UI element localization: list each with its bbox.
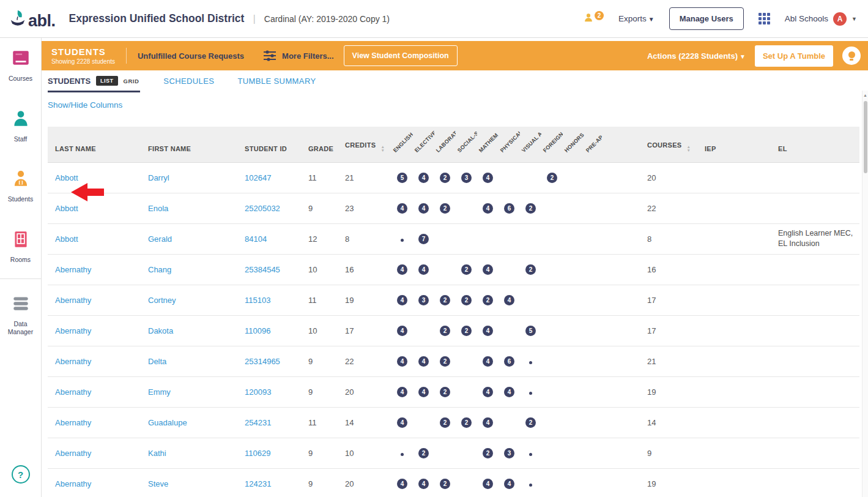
student-last-name-link[interactable]: Abernathy (55, 479, 91, 488)
sidebar-item-rooms[interactable]: Rooms (1, 229, 41, 264)
student-id-link[interactable]: 110629 (245, 449, 270, 458)
subject-count-badge: 2 (440, 387, 450, 397)
toolbar-divider (126, 48, 127, 64)
user-notification[interactable]: 2 (583, 12, 604, 26)
student-last-name-link[interactable]: Abernathy (55, 296, 91, 305)
show-hide-columns-link[interactable]: Show/Hide Columns (48, 100, 122, 110)
student-first-name-link[interactable]: Dakota (148, 326, 173, 335)
student-last-name-link[interactable]: Abernathy (55, 357, 91, 366)
column-header-credits[interactable]: CREDITS▲▼ (338, 127, 391, 162)
sort-icon[interactable]: ▲▼ (380, 145, 385, 152)
help-button[interactable]: ? (12, 465, 30, 484)
column-header-pre-ap[interactable]: PRE-AP (584, 127, 606, 162)
student-id-link[interactable]: 84104 (245, 234, 267, 244)
column-header-physical[interactable]: PHYSICAL (499, 127, 520, 162)
view-student-composition-button[interactable]: View Student Composition (344, 45, 458, 66)
column-header-el[interactable]: EL (771, 127, 859, 162)
column-header-foreign[interactable]: FOREIGN (541, 127, 563, 162)
student-last-name-link[interactable]: Abernathy (55, 265, 91, 274)
student-first-name-link[interactable]: Guadalupe (148, 418, 187, 427)
student-id-link[interactable]: 110096 (245, 326, 270, 335)
student-last-name-link[interactable]: Abbott (55, 173, 78, 182)
column-header-elective[interactable]: ELECTIVE (413, 127, 434, 162)
subject-cell-english: 4 (391, 315, 413, 346)
student-last-name-link[interactable]: Abernathy (55, 418, 91, 427)
sidebar-item-data-manager[interactable]: Data Manager (1, 293, 41, 337)
student-last-name-link[interactable]: Abernathy (55, 326, 91, 335)
column-header-courses[interactable]: COURSES▲▼ (606, 127, 697, 162)
student-id-link[interactable]: 120093 (245, 387, 271, 397)
list-view-toggle[interactable]: LIST (96, 76, 118, 86)
student-first-name-link[interactable]: Kathi (148, 449, 166, 458)
subject-cell-elective: 3 (413, 285, 434, 315)
column-header-social-studies[interactable]: SOCIAL-S (456, 127, 477, 162)
subject-cell-laboratory: 2 (434, 346, 456, 376)
student-first-name-link[interactable]: Chang (148, 265, 171, 274)
scrollbar-thumb[interactable] (864, 101, 867, 173)
subject-cell-physical: 6 (499, 193, 520, 223)
student-first-name-link[interactable]: Darryl (148, 173, 169, 182)
vertical-scrollbar: ▲ (862, 91, 868, 497)
student-id-link[interactable]: 115103 (245, 296, 270, 305)
student-first-name-link[interactable]: Delta (148, 357, 166, 366)
sidebar-item-courses[interactable]: Courses (1, 48, 41, 83)
student-first-name-link[interactable]: Emmy (148, 387, 171, 397)
manage-users-button[interactable]: Manage Users (669, 7, 744, 30)
credits-cell: 21 (338, 162, 391, 193)
student-last-name-link[interactable]: Abernathy (55, 449, 91, 458)
exports-dropdown[interactable]: Exports▼ (618, 14, 655, 23)
students-table: LAST NAME FIRST NAME STUDENT ID GRADE CR… (48, 127, 859, 497)
student-last-name-link[interactable]: Abbott (55, 234, 78, 244)
sidebar-item-staff[interactable]: Staff (1, 108, 41, 144)
el-cell (771, 376, 859, 407)
column-header-first-name[interactable]: FIRST NAME (141, 127, 237, 162)
sidebar-item-students[interactable]: Students (1, 168, 41, 204)
actions-dropdown[interactable]: Actions (2228 Students)▼ (647, 51, 746, 61)
student-first-name-link[interactable]: Enola (148, 204, 168, 213)
set-up-tumble-button[interactable]: Set Up A Tumble (755, 45, 833, 67)
student-id-link[interactable]: 124231 (245, 479, 271, 488)
student-first-name-link[interactable]: Cortney (148, 296, 176, 305)
column-header-honors[interactable]: HONORS (563, 127, 584, 162)
student-id-link[interactable]: 254231 (245, 418, 271, 427)
tab-tumble-summary[interactable]: TUMBLE SUMMARY (237, 77, 316, 92)
subject-cell-honors (563, 162, 584, 193)
more-filters-link[interactable]: More Filters... (282, 51, 334, 61)
subject-cell-mathematics: 2 (477, 285, 499, 315)
student-last-name-link[interactable]: Abbott (55, 204, 78, 213)
student-first-name-link[interactable]: Gerald (148, 234, 172, 244)
column-header-iep[interactable]: IEP (697, 127, 771, 162)
column-header-student-id[interactable]: STUDENT ID (237, 127, 301, 162)
subject-cell-mathematics: 4 (477, 162, 499, 193)
unfulfilled-requests-filter[interactable]: Unfulfilled Course Requests (138, 51, 244, 61)
tab-students[interactable]: STUDENTS LIST GRID (48, 71, 140, 92)
column-header-english[interactable]: ENGLISH (391, 127, 413, 162)
student-id-link[interactable]: 25205032 (245, 204, 280, 213)
student-first-name-link[interactable]: Steve (148, 479, 168, 488)
filters-slider-icon[interactable] (262, 50, 277, 62)
subject-cell-social-studies (456, 346, 477, 376)
abl-logo[interactable]: abl. (9, 9, 56, 29)
app-grid-icon[interactable] (759, 13, 770, 24)
subject-count-badge: 2 (440, 479, 450, 489)
student-id-link[interactable]: 102647 (245, 173, 271, 182)
tab-schedules[interactable]: SCHEDULES (163, 77, 214, 92)
column-header-laboratory[interactable]: LABORAT (434, 127, 456, 162)
column-header-mathematics[interactable]: MATHEM (477, 127, 499, 162)
grid-view-toggle[interactable]: GRID (124, 78, 139, 84)
subject-cell-elective: 4 (413, 376, 434, 407)
account-menu[interactable]: Abl Schools A ▼ (785, 12, 857, 26)
student-last-name-link[interactable]: Abernathy (55, 387, 91, 397)
help-lightbulb-button[interactable] (842, 47, 861, 65)
column-header-visual-arts[interactable]: VISUAL A (520, 127, 541, 162)
student-id-link[interactable]: 25314965 (245, 357, 280, 366)
subject-count-badge: 4 (397, 203, 407, 214)
table-row: Abernathy Chang 25384545 10 16 4 4 2 4 2… (48, 254, 859, 285)
student-id-link[interactable]: 25384545 (245, 265, 280, 274)
annotation-arrow-tail (87, 189, 104, 196)
scrollbar-up-arrow[interactable]: ▲ (862, 91, 868, 97)
column-header-grade[interactable]: GRADE (301, 127, 338, 162)
sort-icon[interactable]: ▲▼ (687, 145, 691, 152)
column-header-last-name[interactable]: LAST NAME (48, 127, 141, 162)
subject-cell-laboratory: 2 (434, 162, 456, 193)
